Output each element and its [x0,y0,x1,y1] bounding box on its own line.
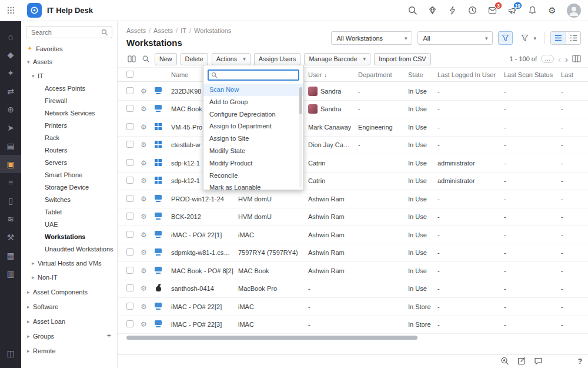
next-page-button[interactable]: › [565,55,568,64]
find-text-icon[interactable] [500,357,509,366]
horizontal-scrollbar[interactable] [126,336,417,340]
tree-item[interactable]: Firewall + [21,94,117,107]
row-settings-icon[interactable]: ⚙ [141,195,147,203]
row-settings-icon[interactable]: ⚙ [141,177,147,185]
menu-item[interactable]: Modify State [203,145,303,157]
sla-icon[interactable]: 3 [487,5,497,16]
tree-item[interactable]: ▸ Groups + [21,330,117,342]
tree-item[interactable]: ▾ IT + [21,69,117,82]
menu-item[interactable]: Mark as Loanable [203,181,303,190]
menu-item[interactable]: Assign to Site [203,132,303,145]
import-csv-button[interactable]: Import from CSV [374,53,430,65]
menu-item[interactable]: Scan Now [203,84,303,96]
row-settings-icon[interactable]: ⚙ [141,213,147,221]
row-settings-icon[interactable]: ⚙ [141,87,147,95]
asset-name-link[interactable]: sdpmktg-w81-1.csez.z... [171,249,238,256]
scope-select[interactable]: All ▾ [417,31,493,45]
card-view-icon[interactable] [126,55,137,62]
breadcrumb-item[interactable]: Assets [126,27,153,34]
app-logo[interactable] [27,3,42,18]
tree-item[interactable]: Switches + [21,193,117,205]
sidebar-search-input[interactable] [30,28,99,37]
row-checkbox[interactable] [126,105,133,112]
analytics-icon[interactable]: ▥ [0,264,21,283]
column-header-last-logged-in-user[interactable]: Last Logged In User [437,71,504,78]
tree-item[interactable]: Rack + [21,131,117,144]
pinned-module-icon[interactable]: ◫ [0,344,21,362]
row-settings-icon[interactable]: ⚙ [141,105,147,113]
tree-item[interactable]: ▸ Virtual Hosts and VMs + [21,257,117,269]
app-grid-icon[interactable] [0,6,21,14]
asset-name-link[interactable]: iMAC - PO# 22[1] [171,231,238,238]
breadcrumb-item[interactable]: Assets [153,27,181,34]
row-checkbox[interactable] [126,123,133,130]
rewards-icon[interactable] [427,5,437,16]
dashboard-icon[interactable]: ◆ [0,45,21,64]
breadcrumb-item[interactable]: IT [181,27,194,34]
tree-item[interactable]: UAE + [21,218,117,230]
changes-icon[interactable]: ⇄ [0,82,21,100]
row-checkbox[interactable] [126,231,133,238]
cmdb-icon[interactable]: ≡ [0,173,21,191]
asset-name-link[interactable]: MAC Book - PO# 8[2] [171,267,238,274]
menu-search[interactable] [208,69,299,81]
tree-item[interactable]: Unaudited Workstations + [21,243,117,255]
tree-item[interactable]: ▾ Assets + [21,55,117,68]
detail-view-button[interactable] [566,32,580,44]
history-icon[interactable] [467,5,477,16]
menu-search-input[interactable] [219,71,296,79]
row-settings-icon[interactable]: ⚙ [141,159,147,167]
column-header-state[interactable]: State [408,71,437,78]
home-icon[interactable]: ⌂ [0,27,21,45]
row-checkbox[interactable] [126,177,133,184]
menu-item[interactable]: Modify Product [203,157,303,170]
tree-item[interactable]: Printers + [21,119,117,131]
column-header-last-scan-status[interactable]: Last Scan Status [504,71,561,78]
mobile-devices-icon[interactable]: ▯ [0,191,21,210]
sidebar-search[interactable] [26,26,112,38]
row-settings-icon[interactable]: ⚙ [141,267,147,275]
column-header-user[interactable]: User↓ [308,71,358,78]
assign-users-button[interactable]: Assign Users [254,53,301,65]
reports-icon[interactable]: ▦ [0,246,21,264]
menu-scrollbar[interactable] [299,87,302,188]
asset-name-link[interactable]: santhosh-0414 [171,285,238,292]
filter-button[interactable] [498,31,513,45]
tree-item[interactable]: Workstations + [21,230,117,243]
delete-button[interactable]: Delete [181,53,208,65]
row-settings-icon[interactable]: ⚙ [141,284,147,293]
breadcrumb-item[interactable]: Workstations [194,27,231,34]
tree-item[interactable]: Routers + [21,144,117,156]
total-count-button[interactable]: … [541,55,554,63]
row-checkbox[interactable] [126,284,133,291]
row-checkbox[interactable] [126,195,133,202]
column-header-department[interactable]: Department [358,71,408,78]
tree-item[interactable]: ▸ Software + [21,300,117,313]
menu-item[interactable]: Add to Group [203,96,303,108]
quick-actions-icon[interactable] [447,5,457,16]
asset-name-link[interactable]: BCK-2012 [171,213,238,220]
tree-item[interactable]: Network Services + [21,107,117,119]
settings-icon[interactable]: ⚙ [547,5,557,16]
requests-icon[interactable]: ✦ [0,64,21,82]
row-checkbox[interactable] [126,320,133,327]
releases-icon[interactable]: ➤ [0,118,21,137]
tree-item[interactable]: Tablet + [21,205,117,218]
row-checkbox[interactable] [126,267,133,274]
new-button[interactable]: New [155,53,177,65]
prev-page-button[interactable]: ‹ [558,55,561,64]
tree-item[interactable]: Storage Device + [21,181,117,193]
table-search-icon[interactable] [141,55,151,63]
row-settings-icon[interactable]: ⚙ [141,123,147,131]
user-avatar-menu[interactable] [567,4,581,18]
row-settings-icon[interactable]: ⚙ [141,303,147,311]
chat-icon[interactable] [534,357,543,366]
row-checkbox[interactable] [126,213,133,220]
filter-menu-button[interactable]: ▾ [518,31,539,45]
row-checkbox[interactable] [126,248,133,256]
row-settings-icon[interactable]: ⚙ [141,231,147,239]
favorites-row[interactable]: ✦ Favorites [21,41,117,53]
tree-item[interactable]: ▸ Non-IT + [21,271,117,283]
solutions-icon[interactable]: ▤ [0,137,21,155]
manage-barcode-button[interactable]: Manage Barcode▾ [304,53,370,65]
